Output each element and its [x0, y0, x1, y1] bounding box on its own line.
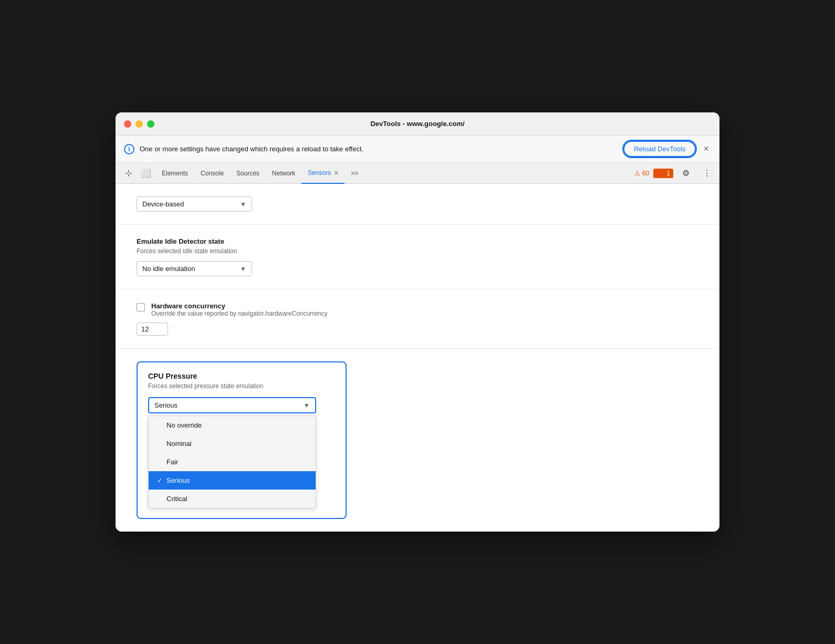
tab-console[interactable]: Console — [194, 163, 230, 184]
chevron-down-icon: ▼ — [240, 201, 246, 208]
tab-sources[interactable]: Sources — [230, 163, 266, 184]
device-based-section: Device-based ▼ — [116, 184, 719, 225]
cpu-pressure-menu: No override Nominal Fair ✓ Serious — [148, 416, 316, 508]
toolbar: ⊹ ⬜ Elements Console Sources Network Sen… — [116, 163, 719, 184]
select-element-icon[interactable]: ⊹ — [120, 165, 137, 182]
content: Device-based ▼ Emulate Idle Detector sta… — [116, 184, 719, 532]
info-icon: i — [124, 144, 134, 154]
settings-icon[interactable]: ⚙ — [677, 165, 694, 182]
close-button[interactable] — [124, 120, 131, 128]
idle-detector-label: Emulate Idle Detector state — [137, 237, 698, 245]
notification-text: One or more settings have changed which … — [140, 145, 618, 153]
cpu-pressure-dropdown[interactable]: Serious ▼ — [148, 397, 316, 413]
warnings-badge[interactable]: ⚠ 60 — [634, 170, 649, 177]
chevron-down-icon: ▼ — [240, 265, 246, 273]
option-fair[interactable]: Fair — [149, 453, 316, 471]
idle-detector-section: Emulate Idle Detector state Forces selec… — [116, 225, 719, 289]
errors-badge[interactable]: ❗ 1 — [653, 169, 673, 178]
reload-devtools-button[interactable]: Reload DevTools — [623, 141, 696, 157]
error-icon: ❗ — [656, 170, 664, 177]
hardware-concurrency-desc: Override the value reported by navigator… — [151, 310, 328, 317]
cpu-pressure-box: CPU Pressure Forces selected pressure st… — [137, 361, 347, 519]
devtools-window: DevTools - www.google.com/ i One or more… — [116, 112, 719, 532]
close-notification-button[interactable]: × — [701, 143, 711, 154]
more-tabs-button[interactable]: >> — [345, 163, 364, 184]
option-no-override[interactable]: No override — [149, 416, 316, 434]
tab-network[interactable]: Network — [266, 163, 301, 184]
tab-list: Elements Console Sources Network Sensors… — [155, 163, 633, 184]
idle-detector-desc: Forces selected idle state emulation — [137, 247, 698, 255]
checkmark-selected-icon: ✓ — [157, 477, 162, 484]
hardware-concurrency-text: Hardware concurrency Override the value … — [151, 302, 328, 317]
more-options-icon[interactable]: ⋮ — [698, 165, 715, 182]
hardware-concurrency-label: Hardware concurrency — [151, 302, 328, 310]
hardware-concurrency-section: Hardware concurrency Override the value … — [116, 289, 719, 349]
option-serious[interactable]: ✓ Serious — [149, 471, 316, 490]
toolbar-right: ⚠ 60 ❗ 1 ⚙ ⋮ — [634, 165, 715, 182]
titlebar: DevTools - www.google.com/ — [116, 112, 719, 136]
warning-triangle-icon: ⚠ — [634, 170, 640, 177]
hardware-concurrency-input[interactable] — [137, 323, 168, 336]
checkmark-icon — [157, 495, 162, 503]
minimize-button[interactable] — [135, 120, 143, 128]
checkmark-icon — [157, 440, 162, 448]
tab-sensors-close[interactable]: × — [334, 169, 338, 177]
maximize-button[interactable] — [147, 120, 154, 128]
cpu-pressure-section: CPU Pressure Forces selected pressure st… — [116, 349, 719, 532]
idle-emulation-dropdown[interactable]: No idle emulation ▼ — [137, 261, 252, 276]
cpu-pressure-label: CPU Pressure — [148, 372, 335, 380]
device-toolbar-icon[interactable]: ⬜ — [138, 165, 154, 182]
device-based-dropdown[interactable]: Device-based ▼ — [137, 196, 252, 212]
traffic-lights — [124, 120, 154, 128]
tab-elements[interactable]: Elements — [155, 163, 194, 184]
notification-bar: i One or more settings have changed whic… — [116, 136, 719, 163]
option-critical[interactable]: Critical — [149, 490, 316, 508]
checkmark-icon — [157, 422, 162, 429]
tab-sensors[interactable]: Sensors × — [301, 163, 345, 184]
hardware-row: Hardware concurrency Override the value … — [137, 302, 698, 317]
chevron-down-icon: ▼ — [304, 402, 310, 409]
option-nominal[interactable]: Nominal — [149, 434, 316, 453]
checkmark-icon — [157, 459, 162, 466]
cpu-pressure-desc: Forces selected pressure state emulation — [148, 382, 335, 390]
hardware-concurrency-checkbox[interactable] — [137, 303, 145, 311]
window-title: DevTools - www.google.com/ — [370, 120, 464, 128]
